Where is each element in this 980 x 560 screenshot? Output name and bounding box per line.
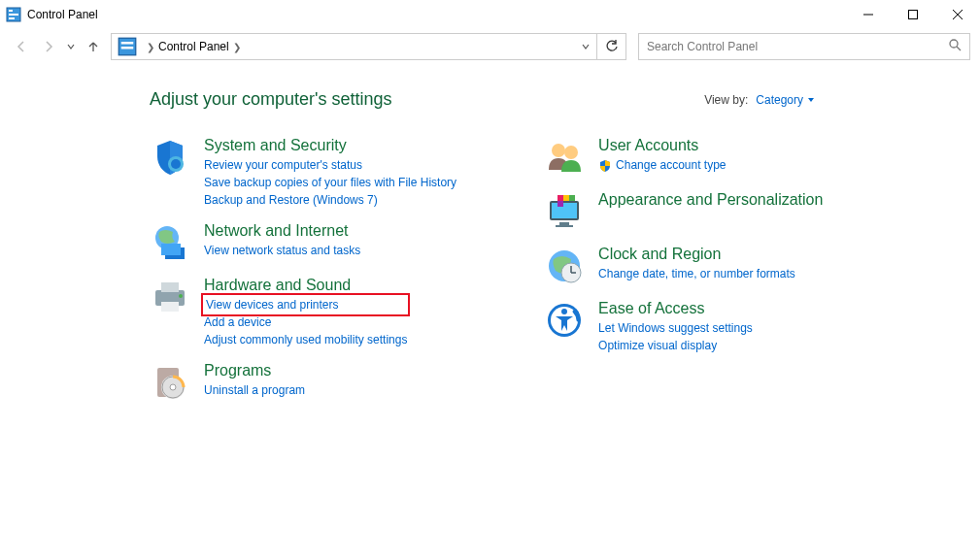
category-title[interactable]: Clock and Region bbox=[598, 246, 795, 263]
category-link[interactable]: Optimize visual display bbox=[598, 337, 753, 354]
viewby-dropdown[interactable]: Category bbox=[756, 93, 815, 107]
svg-point-25 bbox=[170, 384, 176, 390]
refresh-button[interactable] bbox=[596, 34, 625, 59]
close-button[interactable] bbox=[935, 0, 980, 29]
svg-rect-35 bbox=[558, 201, 563, 207]
category-title[interactable]: Ease of Access bbox=[598, 300, 753, 317]
content-area: Adjust your computer's settings View by:… bbox=[0, 64, 980, 422]
viewby-label: View by: bbox=[704, 93, 748, 107]
forward-button[interactable] bbox=[37, 35, 60, 58]
category-link-devices-printers[interactable]: View devices and printers bbox=[204, 296, 407, 313]
svg-rect-3 bbox=[9, 17, 15, 19]
category-link-text: Change account type bbox=[616, 158, 726, 172]
right-column: User Accounts Change account type Appear… bbox=[544, 137, 823, 403]
viewby-control: View by: Category bbox=[704, 93, 815, 107]
category-link[interactable]: Change account type bbox=[598, 156, 726, 174]
category-link[interactable]: Save backup copies of your files with Fi… bbox=[204, 174, 456, 191]
svg-point-14 bbox=[171, 159, 181, 169]
svg-rect-29 bbox=[552, 203, 577, 218]
breadcrumb-chevron-icon[interactable]: ❯ bbox=[233, 42, 241, 52]
svg-rect-1 bbox=[9, 10, 13, 12]
category-programs: Programs Uninstall a program bbox=[150, 362, 456, 403]
control-panel-icon bbox=[6, 7, 21, 22]
search-icon[interactable] bbox=[948, 38, 962, 55]
category-link[interactable]: Let Windows suggest settings bbox=[598, 319, 753, 337]
maximize-button[interactable] bbox=[891, 0, 935, 29]
svg-line-12 bbox=[957, 47, 961, 50]
svg-rect-9 bbox=[121, 42, 134, 45]
category-link[interactable]: Adjust commonly used mobility settings bbox=[204, 331, 407, 348]
svg-rect-17 bbox=[161, 244, 181, 255]
category-link[interactable]: Backup and Restore (Windows 7) bbox=[204, 191, 456, 209]
svg-rect-31 bbox=[556, 225, 573, 227]
left-column: System and Security Review your computer… bbox=[150, 137, 456, 403]
category-user-accounts: User Accounts Change account type bbox=[544, 137, 823, 178]
shield-icon bbox=[150, 137, 190, 178]
svg-point-27 bbox=[564, 146, 578, 159]
category-link[interactable]: View network status and tasks bbox=[204, 242, 360, 259]
clock-globe-icon bbox=[544, 246, 585, 286]
disc-box-icon bbox=[150, 362, 190, 403]
category-title[interactable]: Network and Internet bbox=[204, 222, 360, 240]
category-title[interactable]: User Accounts bbox=[598, 137, 726, 154]
window-title: Control Panel bbox=[27, 8, 98, 21]
svg-rect-33 bbox=[563, 195, 569, 201]
monitor-colors-icon bbox=[544, 191, 585, 232]
category-link[interactable]: Review your computer's status bbox=[204, 156, 456, 174]
viewby-value: Category bbox=[756, 93, 803, 107]
control-panel-addr-icon bbox=[118, 37, 137, 56]
category-link[interactable]: Add a device bbox=[204, 313, 407, 331]
category-ease-of-access: Ease of Access Let Windows suggest setti… bbox=[544, 300, 823, 354]
chevron-down-icon bbox=[807, 96, 815, 104]
category-hardware-sound: Hardware and Sound View devices and prin… bbox=[150, 277, 456, 348]
address-dropdown-button[interactable] bbox=[575, 34, 596, 59]
category-title[interactable]: System and Security bbox=[204, 137, 456, 154]
category-columns: System and Security Review your computer… bbox=[150, 137, 961, 403]
svg-rect-10 bbox=[121, 47, 134, 49]
users-icon bbox=[544, 137, 585, 178]
svg-rect-2 bbox=[9, 14, 18, 16]
navigation-bar: ❯ Control Panel ❯ bbox=[0, 29, 980, 64]
search-box[interactable] bbox=[638, 33, 970, 60]
search-input[interactable] bbox=[647, 40, 948, 53]
category-title[interactable]: Hardware and Sound bbox=[204, 277, 407, 294]
svg-rect-30 bbox=[559, 222, 569, 225]
category-system-security: System and Security Review your computer… bbox=[150, 137, 456, 209]
breadcrumb-chevron-icon[interactable]: ❯ bbox=[147, 42, 154, 52]
svg-rect-19 bbox=[161, 282, 179, 292]
breadcrumb-item[interactable]: Control Panel bbox=[158, 40, 229, 53]
category-title[interactable]: Programs bbox=[204, 362, 305, 379]
recent-locations-button[interactable] bbox=[64, 35, 78, 58]
svg-rect-5 bbox=[909, 11, 918, 19]
svg-point-21 bbox=[179, 294, 183, 298]
svg-point-26 bbox=[552, 144, 565, 157]
titlebar: Control Panel bbox=[0, 0, 980, 29]
globe-network-icon bbox=[150, 222, 190, 263]
category-link[interactable]: Change date, time, or number formats bbox=[598, 265, 795, 282]
category-title[interactable]: Appearance and Personalization bbox=[598, 191, 823, 209]
titlebar-left: Control Panel bbox=[6, 7, 98, 22]
category-clock-region: Clock and Region Change date, time, or n… bbox=[544, 246, 823, 286]
page-heading: Adjust your computer's settings bbox=[150, 89, 392, 110]
uac-shield-icon bbox=[598, 159, 612, 173]
svg-point-42 bbox=[561, 309, 567, 314]
category-link[interactable]: Uninstall a program bbox=[204, 381, 305, 399]
svg-rect-20 bbox=[161, 302, 179, 312]
category-network-internet: Network and Internet View network status… bbox=[150, 222, 456, 263]
printer-icon bbox=[150, 277, 190, 317]
heading-row: Adjust your computer's settings View by:… bbox=[150, 89, 961, 110]
ease-of-access-icon bbox=[544, 300, 585, 341]
svg-rect-32 bbox=[558, 195, 563, 201]
window-controls bbox=[846, 0, 980, 29]
minimize-button[interactable] bbox=[846, 0, 891, 29]
svg-rect-34 bbox=[569, 195, 575, 201]
svg-point-11 bbox=[950, 40, 958, 48]
up-button[interactable] bbox=[82, 35, 105, 58]
category-appearance: Appearance and Personalization bbox=[544, 191, 823, 232]
back-button[interactable] bbox=[10, 35, 33, 58]
address-bar[interactable]: ❯ Control Panel ❯ bbox=[111, 33, 626, 60]
